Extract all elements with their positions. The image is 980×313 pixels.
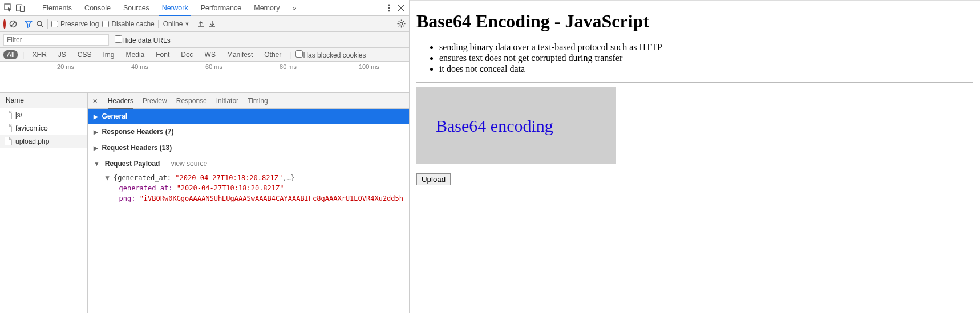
svg-line-7	[11, 22, 15, 26]
filter-bar: Hide data URLs	[0, 32, 409, 48]
type-xhr[interactable]: XHR	[29, 50, 50, 59]
throttling-select[interactable]: Online ▼	[158, 20, 190, 28]
request-row[interactable]: favicon.ico	[0, 121, 87, 135]
gear-icon[interactable]	[397, 19, 406, 28]
section-general[interactable]: General	[88, 109, 409, 124]
tab-console[interactable]: Console	[82, 0, 114, 16]
disable-cache-label: Disable cache	[111, 20, 154, 28]
detail-tab-initiator[interactable]: Initiator	[216, 93, 238, 109]
detail-tab-headers[interactable]: Headers	[108, 93, 133, 109]
section-response-headers[interactable]: Response Headers (7)	[88, 124, 409, 140]
close-icon[interactable]	[396, 3, 406, 13]
throttling-value: Online	[163, 20, 183, 28]
filter-input[interactable]	[3, 34, 109, 46]
hide-data-urls-checkbox[interactable]: Hide data URLs	[115, 35, 171, 44]
section-request-payload[interactable]: Request Payload view source	[88, 156, 409, 172]
svg-rect-2	[20, 6, 24, 11]
device-toggle-icon[interactable]	[15, 3, 25, 13]
separator	[21, 19, 21, 29]
record-icon[interactable]	[3, 20, 6, 28]
separator	[193, 19, 193, 29]
type-manifest[interactable]: Manifest	[224, 50, 256, 59]
upload-button[interactable]: Upload	[416, 173, 451, 185]
inspect-icon[interactable]	[3, 3, 13, 13]
kebab-menu-icon[interactable]	[384, 3, 394, 13]
payload-text: ,…}	[282, 174, 295, 182]
disable-cache-checkbox[interactable]: Disable cache	[102, 20, 154, 28]
request-list-header[interactable]: Name	[0, 93, 87, 108]
separator	[30, 3, 30, 13]
request-row[interactable]: upload.php	[0, 135, 87, 148]
payload-value: "2020-04-27T10:18:20.821Z"	[177, 184, 284, 192]
list-item: it does not conceal data	[439, 64, 973, 74]
type-other[interactable]: Other	[261, 50, 285, 59]
type-img[interactable]: Img	[100, 50, 118, 59]
request-name: favicon.ico	[15, 124, 48, 132]
detail-tabbar: × Headers Preview Response Initiator Tim…	[88, 93, 409, 109]
request-name: js/	[15, 111, 22, 119]
preserve-log-label: Preserve log	[60, 20, 99, 28]
type-all[interactable]: All	[3, 50, 18, 59]
tab-memory[interactable]: Memory	[251, 0, 282, 16]
type-media[interactable]: Media	[123, 50, 148, 59]
separator: |	[289, 51, 291, 59]
blocked-cookies-label: Has blocked cookies	[303, 51, 366, 59]
type-js[interactable]: JS	[55, 50, 70, 59]
svg-point-4	[388, 7, 390, 9]
svg-point-5	[388, 10, 390, 11]
bullet-list: sending binary data over a text-based pr…	[439, 42, 973, 74]
payload-viewer: ▼ {generated_at: "2020-04-27T10:18:20.82…	[88, 172, 409, 209]
blocked-cookies-checkbox[interactable]: Has blocked cookies	[295, 50, 366, 59]
preserve-log-checkbox[interactable]: Preserve log	[51, 20, 99, 28]
type-doc[interactable]: Doc	[177, 50, 196, 59]
payload-key: png:	[119, 194, 135, 202]
timeline-tick: 80 ms	[280, 63, 297, 70]
separator: |	[22, 51, 24, 59]
list-item: ensures text does not get corrupted duri…	[439, 53, 973, 63]
detail-tab-response[interactable]: Response	[176, 93, 207, 109]
type-ws[interactable]: WS	[201, 50, 219, 59]
list-item: sending binary data over a text-based pr…	[439, 42, 973, 52]
horizontal-rule	[416, 82, 973, 83]
tab-network[interactable]: Network	[159, 0, 191, 16]
file-icon	[5, 111, 12, 119]
tabs-overflow-icon[interactable]: »	[289, 0, 299, 16]
download-har-icon[interactable]	[208, 20, 216, 28]
tab-performance[interactable]: Performance	[198, 0, 245, 16]
tab-elements[interactable]: Elements	[39, 0, 75, 16]
view-source-link[interactable]: view source	[171, 160, 207, 168]
network-body: Name js/ favicon.ico upload.php × Header…	[0, 93, 409, 313]
image-caption: Base64 encoding	[436, 116, 553, 136]
expand-arrow-icon[interactable]: ▼	[105, 174, 113, 182]
separator	[47, 19, 48, 29]
detail-tab-timing[interactable]: Timing	[248, 93, 268, 109]
tab-sources[interactable]: Sources	[120, 0, 152, 16]
timeline-overview[interactable]: 20 ms 40 ms 60 ms 80 ms 100 ms	[0, 62, 409, 93]
type-css[interactable]: CSS	[74, 50, 95, 59]
filter-icon[interactable]	[25, 20, 33, 28]
payload-entry: generated_at: "2020-04-27T10:18:20.821Z"	[105, 183, 403, 193]
request-type-filters: All | XHR JS CSS Img Media Font Doc WS M…	[0, 48, 409, 62]
payload-entry: png: "iVBORw0KGgoAAAANSUhEUgAAASwAAAB4CA…	[105, 193, 403, 204]
payload-text: "2020-04-27T10:18:20.821Z"	[175, 174, 282, 182]
chevron-down-icon: ▼	[184, 21, 189, 27]
file-icon	[5, 137, 12, 145]
payload-summary[interactable]: ▼ {generated_at: "2020-04-27T10:18:20.82…	[105, 173, 403, 183]
svg-point-8	[37, 21, 42, 26]
payload-text: {generated_at:	[114, 174, 175, 182]
request-row[interactable]: js/	[0, 108, 87, 121]
rendered-page: Base64 Encoding - JavaScript sending bin…	[410, 0, 980, 313]
section-request-headers[interactable]: Request Headers (13)	[88, 140, 409, 156]
section-request-payload-label: Request Payload	[105, 160, 160, 168]
close-detail-icon[interactable]: ×	[91, 96, 98, 105]
upload-har-icon[interactable]	[197, 20, 205, 28]
detail-tab-preview[interactable]: Preview	[143, 93, 167, 109]
search-icon[interactable]	[36, 20, 44, 28]
request-detail: × Headers Preview Response Initiator Tim…	[88, 93, 409, 313]
network-toolbar: Preserve log Disable cache Online ▼	[0, 16, 409, 32]
clear-icon[interactable]	[9, 20, 17, 28]
devtools-panel: Elements Console Sources Network Perform…	[0, 0, 410, 313]
file-icon	[5, 124, 12, 132]
type-font[interactable]: Font	[152, 50, 173, 59]
hide-data-urls-label: Hide data URLs	[122, 36, 171, 44]
